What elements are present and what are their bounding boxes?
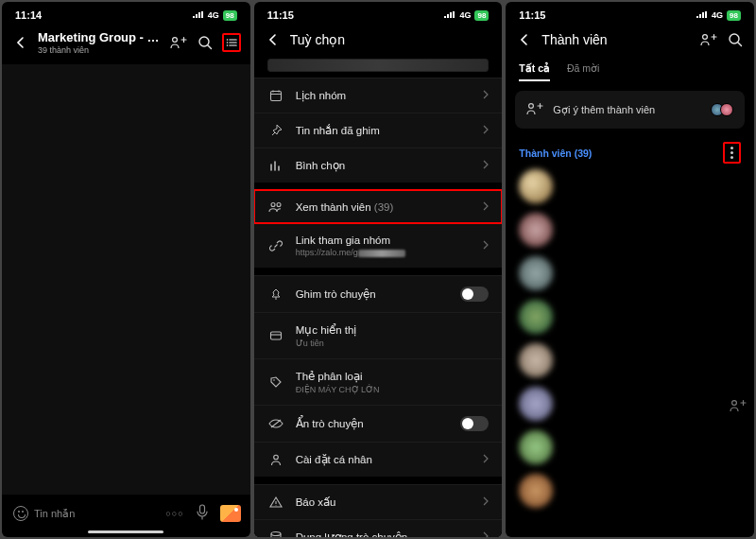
eye-off-icon [267, 418, 284, 429]
tab-all[interactable]: Tất cả [519, 62, 550, 81]
battery-badge: 98 [474, 10, 489, 21]
svg-point-7 [271, 203, 275, 207]
svg-point-16 [732, 401, 737, 406]
svg-point-3 [226, 42, 228, 43]
screen-options: 11:15 4G 98 Tuỳ chọn Lịch nhóm Tin nhắn … [254, 2, 503, 537]
network-label: 4G [208, 10, 219, 20]
status-bar: 11:15 4G 98 [254, 2, 503, 23]
more-icon[interactable]: ○○○ [165, 509, 183, 518]
tab-invited[interactable]: Đã mời [567, 62, 599, 81]
network-label: 4G [712, 10, 723, 20]
option-view-members[interactable]: Xem thành viên (39) [254, 190, 503, 223]
chevron-right-icon [483, 496, 489, 508]
screen-chat: 11:14 4G 98 Marketing Group - Đ… 39 thàn… [2, 2, 250, 537]
list-item[interactable] [519, 300, 741, 334]
option-poll[interactable]: Bình chọn [254, 148, 503, 183]
option-calendar[interactable]: Lịch nhóm [254, 78, 503, 113]
battery-badge: 98 [223, 10, 237, 21]
message-input[interactable]: Tin nhắn [11, 502, 158, 525]
option-pinned[interactable]: Tin nhắn đã ghim [254, 113, 503, 148]
avatar [519, 256, 553, 290]
chevron-right-icon [483, 531, 489, 537]
option-label: Lịch nhóm [296, 89, 472, 102]
avatar [519, 430, 553, 464]
pin-chat-icon [267, 287, 284, 301]
option-label: Dung lượng trò chuyện [296, 530, 472, 537]
search-icon[interactable] [726, 30, 745, 49]
storage-icon [267, 530, 284, 537]
option-label: Thẻ phân loại [296, 370, 490, 383]
tag-icon [267, 375, 284, 389]
emoji-icon[interactable] [13, 506, 28, 521]
more-vertical-icon[interactable] [723, 142, 741, 164]
option-storage[interactable]: Dung lượng trò chuyện [254, 519, 503, 537]
signal-icon [444, 11, 455, 19]
svg-point-4 [226, 44, 228, 46]
user-settings-icon [267, 453, 284, 466]
svg-rect-9 [270, 332, 281, 339]
options-header: Tuỳ chọn [254, 23, 503, 59]
network-label: 4G [459, 10, 471, 20]
members-icon [267, 201, 284, 213]
media-strip[interactable] [267, 59, 490, 72]
list-item[interactable] [519, 256, 741, 290]
option-label: Tin nhắn đã ghim [296, 124, 472, 137]
option-label: Ẩn trò chuyện [296, 417, 450, 430]
svg-rect-6 [270, 92, 281, 101]
back-icon[interactable] [11, 33, 30, 52]
option-tag[interactable]: Thẻ phân loại ĐIỆN MÁY CHỢ LỚN [254, 358, 503, 405]
members-section-header: Thành viên (39) [506, 138, 754, 169]
display-icon [267, 329, 284, 342]
suggest-add-members[interactable]: Gợi ý thêm thành viên [515, 91, 745, 129]
option-label: Cài đặt cá nhân [296, 453, 472, 466]
back-icon[interactable] [264, 30, 283, 49]
status-indicators: 4G 98 [193, 10, 237, 21]
option-pin-chat[interactable]: Ghim trò chuyện [254, 275, 503, 312]
floating-add-member-icon[interactable] [730, 399, 747, 414]
option-label: Báo xấu [296, 496, 472, 509]
chevron-right-icon [483, 90, 489, 101]
toggle-pin[interactable] [460, 287, 489, 302]
svg-point-14 [730, 34, 739, 43]
search-icon[interactable] [196, 33, 215, 52]
pin-icon [267, 124, 284, 137]
chat-body [2, 64, 250, 495]
toggle-hide[interactable] [460, 416, 489, 431]
chat-title: Marketing Group - Đ… [38, 30, 162, 44]
svg-point-0 [172, 38, 177, 43]
option-report[interactable]: Báo xấu [254, 484, 503, 519]
list-item[interactable] [519, 343, 741, 377]
svg-point-11 [273, 455, 278, 460]
list-item[interactable] [519, 169, 741, 203]
status-time: 11:15 [519, 9, 545, 21]
option-personal-settings[interactable]: Cài đặt cá nhân [254, 442, 503, 477]
list-item[interactable] [519, 430, 741, 464]
avatar [519, 169, 553, 203]
members-count-label: Thành viên (39) [519, 148, 592, 159]
message-input-bar: Tin nhắn ○○○ [2, 495, 250, 525]
option-join-link[interactable]: Link tham gia nhóm https://zalo.me/g [254, 223, 503, 268]
option-hide-chat[interactable]: Ẩn trò chuyện [254, 405, 503, 442]
menu-list-icon[interactable] [222, 33, 241, 52]
add-member-icon[interactable] [169, 33, 188, 52]
members-header: Thành viên [506, 23, 754, 59]
mic-icon[interactable] [196, 504, 209, 523]
members-title: Thành viên [541, 32, 692, 47]
svg-point-1 [199, 37, 209, 46]
option-label: Bình chọn [296, 159, 472, 172]
input-placeholder: Tin nhắn [34, 508, 75, 520]
add-member-icon[interactable] [699, 30, 718, 49]
list-item[interactable] [519, 213, 741, 247]
warning-icon [267, 496, 284, 509]
member-list [506, 169, 754, 508]
svg-point-13 [703, 35, 708, 40]
option-sublabel: https://zalo.me/g [296, 248, 472, 257]
back-icon[interactable] [515, 30, 534, 49]
list-item[interactable] [519, 474, 741, 508]
option-display[interactable]: Mục hiển thị Ưu tiên [254, 312, 503, 358]
list-item[interactable] [519, 387, 741, 421]
status-indicators: 4G 98 [444, 10, 489, 21]
gallery-icon[interactable] [220, 505, 241, 522]
signal-icon [193, 11, 204, 19]
member-tabs: Tất cả Đã mời [506, 59, 754, 81]
